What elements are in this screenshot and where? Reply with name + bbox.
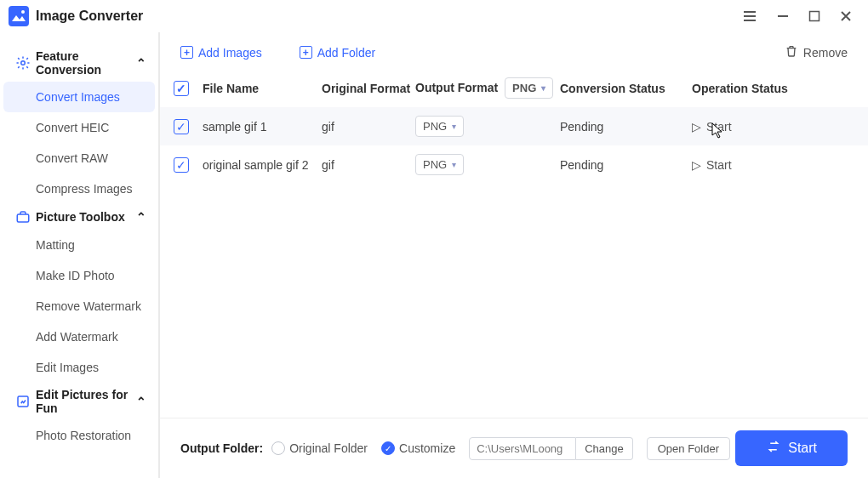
output-folder-label: Output Folder: [180, 441, 263, 455]
col-original-format: Original Format [322, 82, 415, 95]
gear-icon [15, 55, 31, 71]
cell-filename: sample gif 1 [203, 120, 322, 134]
footer: Output Folder: Original Folder Customize… [160, 418, 868, 478]
sidebar-item-make-id-photo[interactable]: Make ID Photo [0, 260, 158, 291]
row-checkbox[interactable]: ✓ [174, 157, 189, 173]
col-output-format-label: Output Format [415, 81, 498, 94]
radio-icon [271, 441, 285, 455]
svg-point-1 [21, 10, 25, 14]
play-icon: ▷ [692, 120, 701, 134]
add-images-label: Add Images [198, 46, 262, 60]
chevron-down-icon: ▾ [452, 122, 456, 131]
customize-folder-radio[interactable]: Customize [381, 441, 455, 455]
sidebar: Feature Conversion ⌃ Convert Images Conv… [0, 32, 160, 478]
sidebar-section-feature-conversion[interactable]: Feature Conversion ⌃ [0, 44, 158, 82]
trash-icon [785, 44, 798, 60]
file-table: ✓ File Name Original Format Output Forma… [160, 69, 868, 184]
output-format-header-select[interactable]: PNG▾ [505, 77, 553, 99]
svg-rect-4 [17, 214, 29, 222]
chevron-down-icon: ▾ [541, 83, 545, 93]
select-all-checkbox[interactable]: ✓ [174, 81, 189, 96]
window-controls [742, 9, 853, 24]
play-icon: ▷ [692, 158, 701, 172]
plus-icon: + [300, 46, 312, 59]
toolbox-icon [15, 209, 31, 225]
start-conversion-button[interactable]: Start [735, 430, 848, 466]
original-folder-radio[interactable]: Original Folder [271, 441, 368, 455]
cell-original: gif [322, 120, 415, 134]
output-path-input[interactable] [469, 437, 576, 460]
menu-icon[interactable] [742, 9, 757, 24]
chevron-up-icon: ⌃ [136, 210, 146, 224]
sidebar-section-label: Feature Conversion [36, 49, 136, 77]
sidebar-item-convert-raw[interactable]: Convert RAW [0, 143, 158, 174]
remove-label: Remove [803, 46, 848, 60]
radio-checked-icon [381, 441, 395, 455]
toolbar: + Add Images + Add Folder Remove [160, 32, 868, 69]
sparkle-icon [15, 394, 31, 409]
remove-button[interactable]: Remove [785, 44, 848, 60]
row-output-select[interactable]: PNG▾ [415, 116, 464, 137]
col-output-format: Output Format PNG▾ [415, 77, 560, 99]
sidebar-item-photo-restoration[interactable]: Photo Restoration [0, 420, 158, 451]
swap-icon [766, 439, 781, 458]
plus-icon: + [180, 46, 193, 59]
close-icon[interactable] [839, 9, 853, 23]
svg-point-3 [21, 61, 26, 65]
add-images-button[interactable]: + Add Images [180, 46, 262, 60]
sidebar-item-convert-images[interactable]: Convert Images [3, 82, 155, 112]
chevron-up-icon: ⌃ [136, 56, 146, 70]
sidebar-section-picture-toolbox[interactable]: Picture Toolbox ⌃ [0, 204, 158, 230]
sidebar-item-add-watermark[interactable]: Add Watermark [0, 322, 158, 352]
add-folder-button[interactable]: + Add Folder [300, 46, 375, 60]
svg-rect-0 [9, 6, 29, 26]
col-file-name: File Name [203, 82, 322, 95]
minimize-icon[interactable] [776, 9, 790, 23]
app-logo-icon [9, 6, 29, 26]
change-path-button[interactable]: Change [576, 437, 633, 460]
maximize-icon[interactable] [808, 10, 820, 22]
cell-filename: original sample gif 2 [203, 158, 322, 172]
open-folder-button[interactable]: Open Folder [647, 437, 730, 460]
table-row: ✓ sample gif 1 gif PNG▾ Pending ▷Start [160, 107, 868, 145]
chevron-down-icon: ▾ [452, 160, 456, 169]
row-start-button[interactable]: ▷Start [692, 158, 819, 172]
col-operation-status: Operation Status [692, 82, 819, 95]
table-header: ✓ File Name Original Format Output Forma… [160, 69, 868, 107]
svg-rect-2 [810, 12, 819, 21]
chevron-up-icon: ⌃ [136, 395, 146, 408]
col-conversion-status: Conversion Status [560, 82, 692, 95]
titlebar: Image Converter [0, 0, 868, 32]
main-panel: + Add Images + Add Folder Remove ✓ File … [160, 32, 868, 478]
sidebar-section-label: Edit Pictures for Fun [36, 388, 136, 415]
row-start-button[interactable]: ▷Start [692, 120, 819, 134]
table-row: ✓ original sample gif 2 gif PNG▾ Pending… [160, 145, 868, 184]
sidebar-item-matting[interactable]: Matting [0, 230, 158, 260]
cell-original: gif [322, 158, 415, 172]
sidebar-section-edit-pictures-fun[interactable]: Edit Pictures for Fun ⌃ [0, 383, 158, 420]
add-folder-label: Add Folder [317, 46, 375, 60]
cell-status: Pending [560, 120, 692, 134]
row-output-select[interactable]: PNG▾ [415, 154, 464, 175]
sidebar-item-convert-heic[interactable]: Convert HEIC [0, 112, 158, 143]
cell-status: Pending [560, 158, 692, 172]
sidebar-item-edit-images[interactable]: Edit Images [0, 352, 158, 383]
sidebar-item-compress-images[interactable]: Compress Images [0, 174, 158, 204]
sidebar-item-remove-watermark[interactable]: Remove Watermark [0, 291, 158, 322]
row-checkbox[interactable]: ✓ [174, 119, 189, 134]
sidebar-section-label: Picture Toolbox [36, 210, 125, 224]
app-title: Image Converter [36, 9, 742, 24]
